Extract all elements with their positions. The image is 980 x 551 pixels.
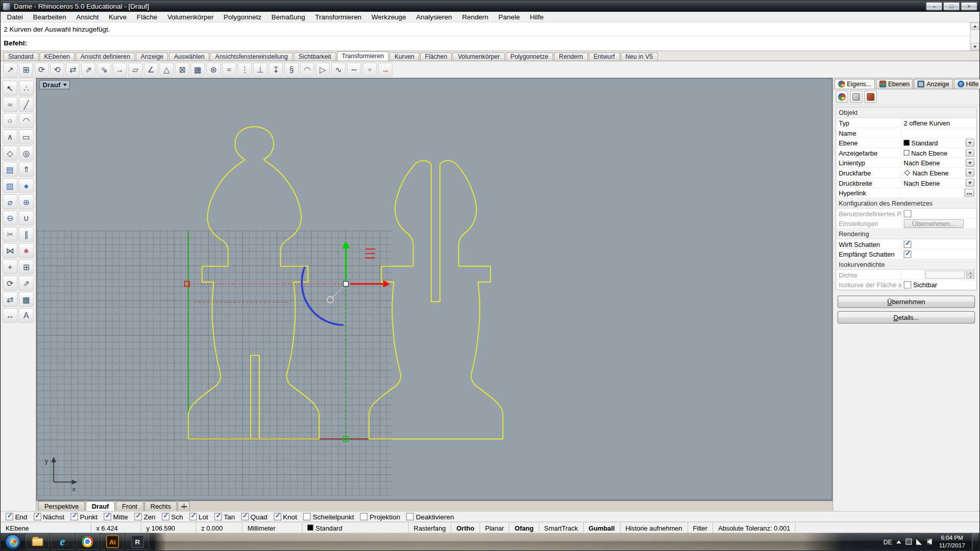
close-button[interactable]: ×: [961, 2, 977, 11]
menu-item[interactable]: Transformieren: [310, 12, 366, 21]
array-curve-icon[interactable]: ≈: [222, 62, 236, 77]
viewport-tab[interactable]: Drauf: [86, 501, 115, 511]
osnap-item[interactable]: Deaktivieren: [406, 513, 454, 520]
isocurve-visible-checkbox[interactable]: [904, 281, 912, 288]
command-prompt[interactable]: Befehl:: [1, 36, 970, 51]
rhino-app-icon[interactable]: R: [126, 534, 150, 550]
viewport-tab[interactable]: Rechts: [144, 501, 178, 511]
split-icon[interactable]: ∥: [19, 227, 34, 241]
statusbar-pane[interactable]: Millimeter: [242, 522, 303, 533]
osnap-item[interactable]: Quad: [241, 513, 267, 520]
viewport-drauf[interactable]: Drauf: [36, 78, 832, 500]
menu-item[interactable]: Volumenkörper: [162, 12, 218, 21]
copy-icon[interactable]: ⊞: [19, 62, 33, 77]
density-stepper[interactable]: [966, 270, 974, 279]
viewport-menu-icon[interactable]: [63, 83, 66, 86]
project-icon[interactable]: ⊥: [253, 62, 267, 77]
circle-icon[interactable]: ○: [3, 113, 17, 128]
statusbar-pane[interactable]: Filter: [688, 522, 713, 533]
panel-tab[interactable]: Eigens...: [835, 79, 875, 89]
volume-icon[interactable]: [927, 539, 932, 545]
toolbar-tab[interactable]: Ansichtsfenstereinstellung: [210, 53, 293, 61]
osnap-checkbox[interactable]: [70, 513, 78, 520]
mesh-settings-button[interactable]: Übernehmen...: [904, 219, 964, 228]
osnap-item[interactable]: Projektion: [360, 513, 400, 520]
dropdown-icon[interactable]: [966, 159, 974, 167]
osnap-checkbox[interactable]: [6, 513, 13, 520]
viewport-tab[interactable]: Perspektive: [38, 501, 85, 511]
mirror-icon[interactable]: ⇄: [66, 62, 80, 77]
density-input[interactable]: [925, 270, 965, 279]
flow-icon[interactable]: ∿: [331, 62, 346, 77]
start-button[interactable]: [5, 534, 21, 549]
toolbar-tab[interactable]: Anzeige: [136, 53, 168, 61]
osnap-item[interactable]: Punkt: [70, 513, 97, 520]
toolbar-tab[interactable]: Ansicht definieren: [76, 53, 135, 61]
point-icon[interactable]: ∴: [19, 81, 34, 95]
osnap-checkbox[interactable]: [162, 513, 169, 520]
statusbar-pane[interactable]: x 6.424: [91, 522, 141, 533]
statusbar-pane[interactable]: y 106.590: [141, 522, 197, 533]
panel-tab[interactable]: ? Hilfe: [953, 79, 980, 89]
boolean-union-icon[interactable]: ⊕: [19, 194, 34, 209]
tray-app-icon[interactable]: [906, 539, 912, 545]
osnap-item[interactable]: End: [6, 513, 27, 520]
statusbar-pane[interactable]: Historie aufnehmen: [620, 522, 688, 533]
menu-item[interactable]: Bearbeiten: [28, 12, 71, 21]
curve-icon[interactable]: ≈: [3, 97, 17, 112]
scale-2d-icon[interactable]: ⇘: [97, 62, 111, 77]
scale-3d-icon[interactable]: ⇗: [81, 62, 95, 77]
uebernehmen-button[interactable]: Übernehmen: [838, 295, 975, 308]
toolbar-tab[interactable]: Neu in V5: [620, 53, 657, 61]
osnap-item[interactable]: Sch: [162, 513, 183, 520]
osnap-item[interactable]: Knot: [274, 513, 297, 520]
menu-item[interactable]: Hilfe: [525, 12, 549, 21]
array-icon[interactable]: ▦: [19, 292, 34, 307]
statusbar-pane[interactable]: Ofang: [509, 522, 539, 533]
trim-icon[interactable]: ✂: [3, 227, 17, 241]
statusbar-pane[interactable]: Ortho: [452, 522, 480, 533]
command-scrollbar[interactable]: [970, 22, 979, 51]
gumball-origin-handle[interactable]: [344, 281, 349, 286]
statusbar-pane[interactable]: SmartTrack: [539, 522, 583, 533]
clock[interactable]: 6:04 PM 11/7/2017: [937, 534, 968, 549]
viewport-tab[interactable]: Front: [116, 501, 144, 511]
internet-explorer-icon[interactable]: e: [51, 534, 75, 550]
osnap-checkbox[interactable]: [214, 513, 222, 520]
panel-tab[interactable]: Ebenen: [875, 79, 913, 89]
scroll-down-icon[interactable]: [971, 43, 979, 51]
arc-icon[interactable]: ◠: [19, 113, 34, 128]
object-properties-icon[interactable]: [836, 91, 848, 103]
shear-icon[interactable]: ▱: [128, 62, 142, 77]
array-rect-icon[interactable]: ▦: [190, 62, 205, 77]
osnap-checkbox[interactable]: [241, 513, 249, 520]
dimension-icon[interactable]: ↔: [3, 308, 17, 323]
cylinder-icon[interactable]: ⌀: [3, 194, 17, 209]
osnap-checkbox[interactable]: [406, 513, 414, 520]
toolbar-tab[interactable]: Standard: [3, 53, 38, 61]
statusbar-pane[interactable]: Planar: [480, 522, 509, 533]
toolbar-tab[interactable]: Flächen: [420, 53, 452, 61]
polygon-icon[interactable]: ◇: [3, 145, 17, 160]
rotate-3d-icon[interactable]: ⟲: [50, 62, 64, 77]
explorer-icon[interactable]: [26, 534, 50, 550]
toolbar-tab[interactable]: Transformieren: [337, 51, 389, 60]
osnap-checkbox[interactable]: [189, 513, 197, 520]
menu-item[interactable]: Ansicht: [71, 12, 104, 21]
osnap-checkbox[interactable]: [104, 513, 111, 520]
osnap-checkbox[interactable]: [303, 513, 311, 520]
toolbar-tab[interactable]: Polygonnetze: [505, 53, 553, 61]
hyperlink-field[interactable]: ...: [902, 189, 976, 197]
print-color-dropdown[interactable]: Nach Ebene: [902, 169, 976, 177]
rotate-icon[interactable]: ⟳: [34, 62, 48, 77]
toolbar-tab[interactable]: Sichtbarkeit: [293, 53, 336, 61]
orient-surface-icon[interactable]: △: [159, 62, 174, 77]
hidden-icons-chevron[interactable]: [896, 540, 901, 543]
casts-shadows-checkbox[interactable]: [904, 240, 912, 248]
statusbar-pane[interactable]: Gumball: [583, 522, 620, 533]
dropdown-icon[interactable]: [966, 169, 974, 177]
statusbar-pane[interactable]: KEbene: [1, 522, 91, 533]
copy-icon[interactable]: ⊞: [19, 259, 34, 274]
osnap-item[interactable]: Tan: [214, 513, 235, 520]
dropdown-icon[interactable]: [966, 139, 974, 147]
